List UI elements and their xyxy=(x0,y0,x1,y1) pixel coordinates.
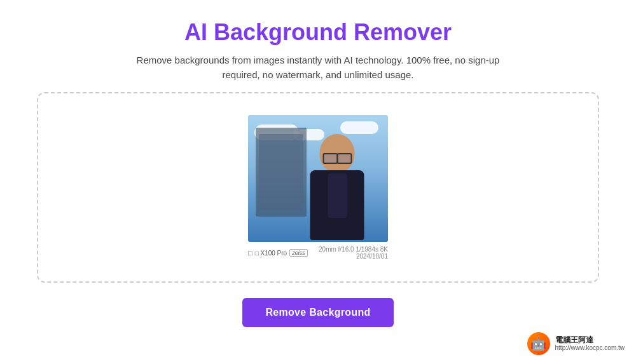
camera-icon: □ xyxy=(248,249,252,257)
upload-area[interactable]: □ □ X100 Pro zeiss 20mm f/16.0 1/1984s 8… xyxy=(37,92,598,283)
watermark-url: http://www.kocpc.com.tw xyxy=(555,344,625,352)
lens-brand: zeiss xyxy=(289,249,308,257)
person-glasses xyxy=(321,153,353,162)
page-subtitle: Remove backgrounds from images instantly… xyxy=(127,53,509,82)
remove-background-button[interactable]: Remove Background xyxy=(242,298,393,327)
page-title: AI Background Remover xyxy=(127,19,509,46)
image-preview xyxy=(248,115,388,242)
watermark-avatar: 🤖 xyxy=(527,332,550,355)
image-meta-right: 20mm f/16.0 1/1984s 8K 2024/10/01 xyxy=(319,246,388,260)
camera-model: □ X100 Pro xyxy=(255,250,287,257)
person-silhouette xyxy=(299,131,375,242)
watermark-face-icon: 🤖 xyxy=(530,336,546,351)
capture-date: 2024/10/01 xyxy=(319,253,388,260)
person-head xyxy=(320,134,355,172)
image-meta-left: □ □ X100 Pro zeiss xyxy=(248,246,308,260)
image-metadata: □ □ X100 Pro zeiss 20mm f/16.0 1/1984s 8… xyxy=(248,246,388,260)
watermark-title: 電腦王阿達 xyxy=(555,335,625,344)
header-section: AI Background Remover Remove backgrounds… xyxy=(127,19,509,82)
watermark: 🤖 電腦王阿達 http://www.kocpc.com.tw xyxy=(522,330,630,358)
person-body xyxy=(310,170,364,240)
watermark-text: 電腦王阿達 http://www.kocpc.com.tw xyxy=(555,335,625,352)
camera-settings: 20mm f/16.0 1/1984s 8K xyxy=(319,246,388,253)
image-preview-wrapper: □ □ X100 Pro zeiss 20mm f/16.0 1/1984s 8… xyxy=(248,115,388,260)
photo-background xyxy=(248,115,388,242)
